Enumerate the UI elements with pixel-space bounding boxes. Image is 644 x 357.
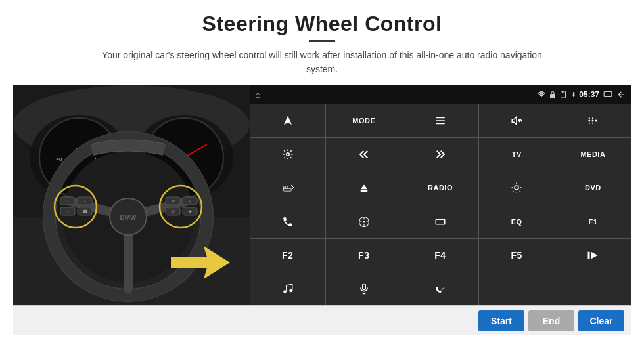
button-grid: MODE TV: [250, 104, 631, 305]
svg-marker-66: [591, 251, 598, 259]
svg-point-67: [283, 290, 287, 293]
end-button[interactable]: End: [528, 310, 574, 331]
svg-point-52: [286, 153, 289, 156]
btn-dots[interactable]: [555, 104, 631, 137]
status-time: 05:37: [579, 90, 599, 99]
svg-point-50: [589, 123, 590, 124]
btn-nav[interactable]: [250, 104, 325, 137]
svg-text:↙/↗: ↙/↗: [441, 287, 446, 291]
btn-empty-1: [479, 272, 555, 305]
svg-line-44: [520, 119, 522, 123]
btn-prev[interactable]: [326, 138, 402, 171]
android-ui: ⌂: [250, 85, 631, 305]
svg-text:+: +: [66, 199, 69, 203]
btn-volphone[interactable]: ↙/↗: [402, 272, 478, 305]
svg-point-46: [592, 120, 594, 122]
page-container: Steering Wheel Control Your original car…: [0, 0, 644, 357]
subtitle: Your original car's steering wheel contr…: [92, 49, 552, 76]
btn-media[interactable]: MEDIA: [555, 138, 631, 171]
svg-text:⚙: ⚙: [172, 199, 175, 203]
status-right: 05:37: [537, 90, 626, 99]
btn-list[interactable]: [402, 104, 478, 137]
svg-rect-69: [363, 284, 366, 289]
btn-mode[interactable]: MODE: [326, 104, 402, 137]
sdcard-icon: [559, 90, 567, 99]
btn-eject[interactable]: [326, 171, 402, 204]
btn-navi[interactable]: [326, 205, 402, 238]
svg-text:-: -: [67, 209, 68, 213]
svg-text:◇: ◇: [189, 199, 192, 203]
btn-rect[interactable]: [402, 205, 478, 238]
svg-text:BMW: BMW: [120, 214, 137, 221]
svg-point-47: [595, 120, 597, 122]
content-row: 80 120 40 BMW: [13, 85, 631, 305]
svg-text:♪: ♪: [84, 199, 86, 203]
screen-icon: [602, 90, 614, 99]
btn-tv[interactable]: TV: [479, 138, 555, 171]
svg-point-59: [363, 220, 365, 222]
title-divider: [309, 40, 335, 42]
status-left: ⌂: [255, 89, 260, 100]
page-title: Steering Wheel Control: [202, 12, 442, 36]
wifi-icon: [537, 90, 546, 99]
clear-button[interactable]: Clear: [578, 310, 624, 331]
btn-f5[interactable]: F5: [479, 239, 555, 272]
btn-f3[interactable]: F3: [326, 239, 402, 272]
home-icon[interactable]: ⌂: [255, 89, 260, 100]
svg-text:☎: ☎: [83, 209, 88, 213]
btn-playpause[interactable]: [555, 239, 631, 272]
svg-point-51: [592, 123, 593, 124]
svg-rect-42: [564, 91, 564, 93]
back-icon[interactable]: [616, 90, 626, 99]
svg-point-49: [592, 117, 593, 119]
start-button[interactable]: Start: [478, 310, 524, 331]
btn-f2[interactable]: F2: [250, 239, 325, 272]
btn-brightness[interactable]: [479, 171, 555, 204]
btn-dvd[interactable]: DVD: [555, 171, 631, 204]
svg-rect-40: [562, 91, 563, 93]
btn-360cam[interactable]: 360: [250, 171, 325, 204]
btn-empty-2: [555, 272, 631, 305]
svg-point-57: [515, 186, 518, 190]
bottom-bar: Start End Clear: [13, 305, 631, 335]
btn-mic[interactable]: [326, 272, 402, 305]
btn-settings[interactable]: [250, 138, 325, 171]
btn-mute[interactable]: [479, 104, 555, 137]
bluetooth-icon: [570, 90, 576, 99]
wheel-image: 80 120 40 BMW: [13, 85, 250, 305]
lock-icon: [549, 90, 557, 99]
status-bar: ⌂: [250, 85, 631, 104]
btn-next[interactable]: [402, 138, 478, 171]
svg-point-45: [589, 120, 591, 122]
btn-phone[interactable]: [250, 205, 325, 238]
svg-rect-41: [563, 91, 564, 93]
btn-f4[interactable]: F4: [402, 239, 478, 272]
svg-text:⊙: ⊙: [172, 209, 175, 213]
svg-rect-64: [436, 219, 445, 224]
btn-music[interactable]: [250, 272, 325, 305]
btn-radio[interactable]: RADIO: [402, 171, 478, 204]
svg-text:40: 40: [57, 156, 62, 162]
btn-eq[interactable]: EQ: [479, 205, 555, 238]
svg-rect-43: [604, 91, 612, 96]
svg-rect-56: [361, 190, 368, 192]
svg-point-68: [289, 289, 292, 293]
svg-text:◈: ◈: [189, 209, 192, 213]
svg-rect-65: [588, 251, 590, 259]
btn-f1[interactable]: F1: [555, 205, 631, 238]
svg-point-48: [589, 117, 590, 119]
